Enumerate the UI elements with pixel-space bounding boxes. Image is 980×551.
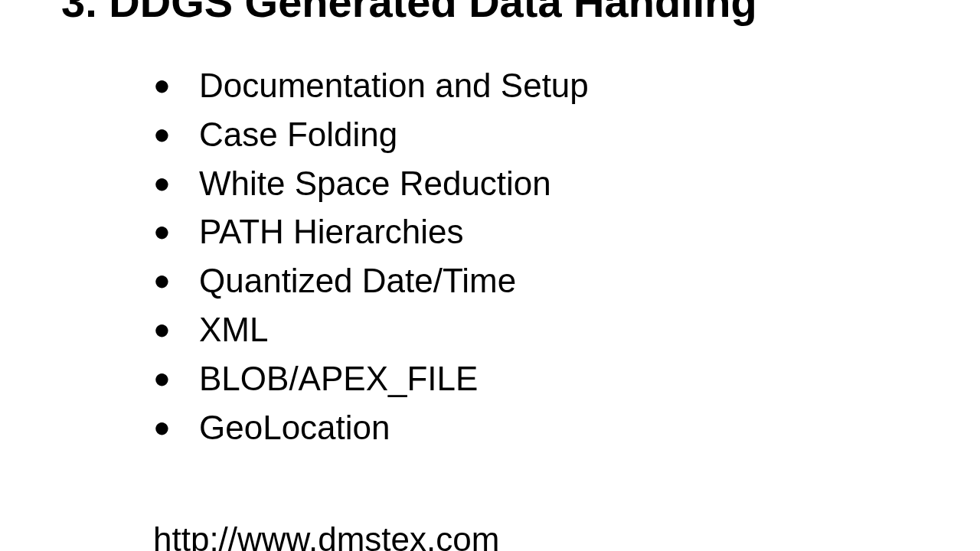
list-item: Documentation and Setup <box>153 61 589 110</box>
bullet-list: Documentation and Setup Case Folding Whi… <box>153 61 589 452</box>
list-item: Quantized Date/Time <box>153 256 589 305</box>
list-item: BLOB/APEX_FILE <box>153 354 589 403</box>
list-item: Case Folding <box>153 110 589 159</box>
list-item: White Space Reduction <box>153 159 589 208</box>
footer-url: http://www.dmstex.com <box>153 520 499 551</box>
slide-container: 3. DDGS Generated Data Handling Document… <box>0 0 980 551</box>
list-item: XML <box>153 305 589 354</box>
slide-title: 3. DDGS Generated Data Handling <box>61 0 757 27</box>
list-item: PATH Hierarchies <box>153 207 589 256</box>
list-item: GeoLocation <box>153 403 589 452</box>
